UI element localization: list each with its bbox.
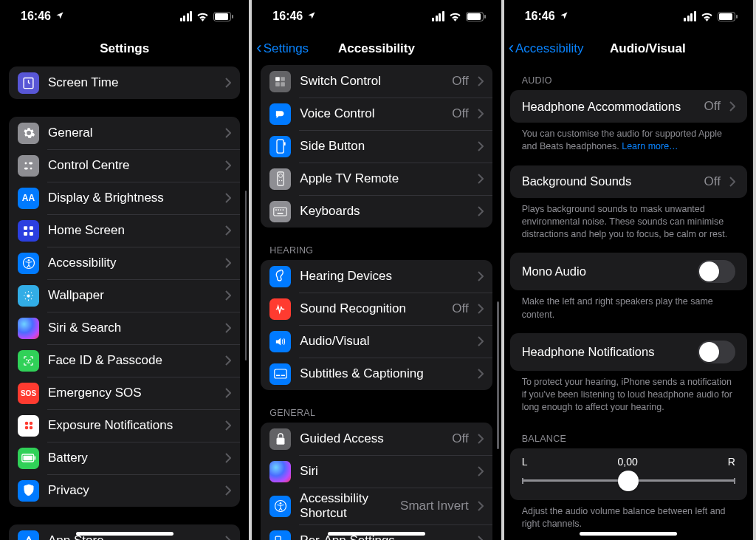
svg-point-16 [30, 359, 30, 360]
label: Accessibility [48, 256, 216, 270]
siri-icon [269, 461, 291, 482]
screen-time-icon [18, 72, 39, 94]
chevron-right-icon [478, 174, 484, 184]
footer-mono: Make the left and right speakers play th… [510, 290, 747, 323]
svg-point-52 [279, 502, 281, 505]
home-indicator[interactable] [76, 532, 173, 536]
home-screen-icon [18, 220, 39, 242]
svg-rect-29 [467, 13, 481, 20]
svg-point-14 [27, 294, 30, 297]
sound-recognition-icon [269, 298, 291, 320]
row-subtitles[interactable]: Subtitles & Captioning [261, 358, 492, 390]
nav-title: Audio/Visual [610, 41, 686, 56]
row-keyboards[interactable]: Keyboards [261, 195, 492, 228]
row-battery[interactable]: Battery [9, 442, 240, 474]
svg-point-13 [27, 259, 30, 262]
label: Control Centre [48, 158, 216, 173]
nav-title: Settings [100, 41, 149, 56]
svg-rect-34 [281, 82, 286, 86]
toggle-headphone-notif[interactable] [698, 341, 735, 363]
chevron-right-icon [225, 420, 231, 431]
row-apple-tv-remote[interactable]: Apple TV Remote [261, 163, 492, 195]
scroll-indicator[interactable] [245, 191, 247, 360]
chevron-right-icon [478, 501, 484, 511]
row-sound-recognition[interactable]: Sound Recognition Off [261, 293, 492, 325]
svg-point-18 [29, 422, 32, 425]
privacy-icon [18, 480, 39, 502]
label: Sound Recognition [300, 301, 443, 316]
label: Headphone Accommodations [522, 100, 695, 114]
label: Audio/Visual [300, 334, 468, 349]
row-display-brightness[interactable]: AA Display & Brightness [9, 182, 240, 214]
toggle-mono-audio[interactable] [698, 260, 735, 283]
label: Headphone Notifications [522, 345, 689, 359]
chevron-right-icon [225, 225, 231, 236]
chevron-right-icon [478, 76, 484, 86]
svg-rect-42 [275, 209, 277, 211]
svg-point-4 [25, 162, 27, 164]
chevron-right-icon [225, 355, 231, 366]
footer-bg-sounds: Plays background sounds to mask unwanted… [510, 198, 747, 243]
row-background-sounds[interactable]: Background Sounds Off [510, 165, 747, 198]
home-indicator[interactable] [580, 532, 677, 536]
scroll-indicator[interactable] [497, 301, 499, 449]
row-switch-control[interactable]: Switch Control Off [261, 65, 492, 98]
status-time: 16:46 [525, 10, 555, 23]
row-privacy[interactable]: Privacy [9, 474, 240, 507]
chevron-right-icon [225, 78, 231, 88]
row-exposure[interactable]: Exposure Notifications [9, 409, 240, 442]
svg-rect-47 [275, 369, 287, 378]
wallpaper-icon [18, 285, 39, 307]
row-side-button[interactable]: Side Button [261, 130, 492, 163]
location-icon [55, 11, 64, 22]
label: Wallpaper [48, 288, 216, 303]
chevron-right-icon [225, 193, 231, 203]
chevron-right-icon [478, 336, 484, 346]
cellular-signal-icon [684, 11, 696, 21]
row-control-centre[interactable]: Control Centre [9, 149, 240, 182]
location-icon [307, 11, 316, 22]
row-screen-time[interactable]: Screen Time [9, 66, 240, 99]
row-faceid-passcode[interactable]: Face ID & Passcode [9, 344, 240, 377]
chevron-right-icon [478, 434, 484, 444]
back-button[interactable]: ‹ Accessibility [509, 33, 584, 65]
row-siri-search[interactable]: Siri & Search [9, 312, 240, 344]
row-guided-access[interactable]: Guided Access Off [261, 423, 492, 455]
exposure-icon [18, 415, 39, 437]
detail: Off [452, 431, 468, 446]
row-headphone-accommodations[interactable]: Headphone Accommodations Off [510, 90, 747, 123]
slider-thumb[interactable] [618, 471, 639, 491]
row-hearing-devices[interactable]: Hearing Devices [261, 260, 492, 293]
row-emergency-sos[interactable]: SOS Emergency SOS [9, 377, 240, 409]
label: Siri & Search [48, 321, 216, 335]
label: Exposure Notifications [48, 418, 216, 433]
chevron-right-icon [225, 485, 231, 496]
row-voice-control[interactable]: Voice Control Off [261, 98, 492, 130]
battery-icon [213, 12, 234, 21]
chevron-right-icon [478, 109, 484, 119]
label: Side Button [300, 139, 468, 154]
label: Accessibility Shortcut [300, 491, 391, 521]
chevron-right-icon [478, 271, 484, 281]
svg-point-19 [24, 426, 28, 430]
learn-more-link[interactable]: Learn more… [622, 141, 678, 151]
home-indicator[interactable] [328, 532, 425, 536]
svg-rect-31 [275, 77, 280, 81]
svg-rect-6 [24, 167, 28, 169]
row-wallpaper[interactable]: Wallpaper [9, 279, 240, 312]
status-bar: 16:46 [252, 0, 501, 33]
display-icon: AA [18, 188, 39, 209]
row-a11y-shortcut[interactable]: Accessibility Shortcut Smart Invert [261, 488, 492, 524]
phone-accessibility: 16:46 ‹ Settings Accessibility Switch Co… [252, 0, 504, 540]
row-audio-visual[interactable]: Audio/Visual [261, 325, 492, 358]
balance-slider[interactable]: L 0,00 R [510, 448, 747, 500]
row-accessibility[interactable]: Accessibility [9, 247, 240, 279]
back-button[interactable]: ‹ Settings [256, 33, 309, 65]
chevron-right-icon [225, 536, 231, 540]
row-siri[interactable]: Siri [261, 455, 492, 488]
row-home-screen[interactable]: Home Screen [9, 214, 240, 247]
label: Guided Access [300, 431, 443, 446]
chevron-left-icon: ‹ [256, 40, 261, 56]
row-general[interactable]: General [9, 117, 240, 149]
svg-rect-45 [283, 209, 284, 211]
